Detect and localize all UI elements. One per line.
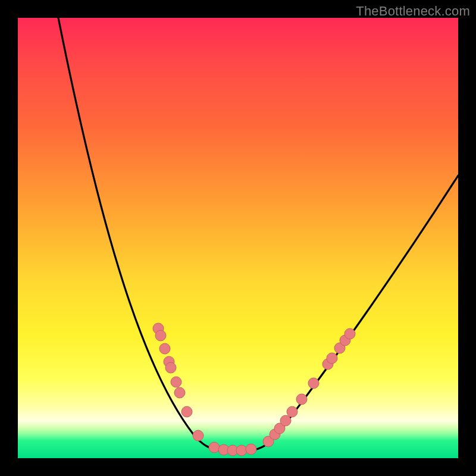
data-dot bbox=[236, 445, 247, 456]
data-dot bbox=[280, 415, 291, 426]
data-dot bbox=[327, 353, 337, 364]
data-dot bbox=[287, 406, 298, 417]
data-dot bbox=[159, 343, 170, 354]
data-dot bbox=[345, 328, 355, 339]
chart-frame: TheBottleneck.com bbox=[0, 0, 476, 476]
data-dot bbox=[171, 377, 181, 387]
data-dot bbox=[174, 387, 185, 398]
data-dot bbox=[165, 362, 176, 373]
data-dot bbox=[209, 442, 220, 453]
dots-group bbox=[153, 323, 355, 456]
data-dot bbox=[155, 330, 166, 341]
data-dot bbox=[246, 444, 256, 455]
curve-svg bbox=[18, 18, 458, 458]
data-dot bbox=[308, 378, 319, 389]
watermark-text: TheBottleneck.com bbox=[356, 4, 470, 19]
data-dot bbox=[181, 406, 192, 417]
bottleneck-curve bbox=[58, 18, 458, 450]
data-dot bbox=[296, 394, 307, 405]
plot-area bbox=[18, 18, 458, 458]
data-dot bbox=[193, 430, 203, 441]
